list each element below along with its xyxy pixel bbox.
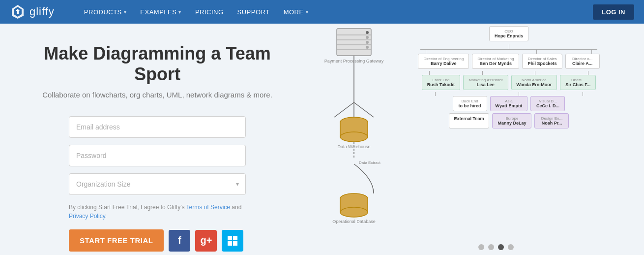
chevron-down-icon: ▾ <box>178 9 181 15</box>
header: gliffy PRODUCTS ▾ EXAMPLES ▾ PRICING SUP… <box>0 0 644 24</box>
org-box-row1-2: Director of Sales Phil Spockets <box>522 54 562 69</box>
org-size-select[interactable]: Organization Size 1-10 11-50 51-200 201+ <box>69 173 246 195</box>
windows-icon <box>227 235 238 246</box>
main-content: Make Diagramming a Team Sport Collaborat… <box>0 24 644 255</box>
terms-text: By clicking Start Free Trial, I agree to… <box>69 203 246 221</box>
svg-point-11 <box>366 31 369 34</box>
org-box-row3-0: Back End to be hired <box>453 96 487 111</box>
privacy-policy-link[interactable]: Privacy Policy <box>69 213 105 220</box>
svg-rect-5 <box>233 241 237 246</box>
nav-support[interactable]: SUPPORT <box>233 5 275 19</box>
pagination-dot-2[interactable] <box>488 244 494 250</box>
svg-text:Data Extract: Data Extract <box>359 160 381 165</box>
svg-rect-3 <box>233 236 237 240</box>
main-nav: PRODUCTS ▾ EXAMPLES ▾ PRICING SUPPORT MO… <box>79 5 578 19</box>
google-login-button[interactable]: g+ <box>195 230 217 252</box>
pagination-dot-3[interactable] <box>498 244 504 250</box>
action-buttons: START FREE TRIAL f g+ <box>69 229 246 252</box>
svg-point-32 <box>340 207 368 217</box>
chevron-down-icon: ▾ <box>306 9 309 15</box>
svg-rect-4 <box>228 241 232 246</box>
logo-text: gliffy <box>29 5 55 18</box>
svg-text:Operational Database: Operational Database <box>332 219 376 224</box>
svg-point-14 <box>366 46 369 49</box>
org-box-row1-0: Director of Engineering Barry Dalive <box>418 54 469 69</box>
left-panel: Make Diagramming a Team Sport Collaborat… <box>0 24 315 255</box>
pagination-dots <box>478 244 514 250</box>
org-size-wrapper: Organization Size 1-10 11-50 51-200 201+… <box>69 173 246 195</box>
org-box-row3-1: Asia Wyatt Emptit <box>490 96 528 111</box>
org-box-row4-0: External Team <box>449 113 490 128</box>
network-diagram: Payment Processing Gateway Data Warehous… <box>320 26 393 243</box>
svg-point-13 <box>366 41 369 44</box>
org-box-row1-3: Director o... Claire A... <box>565 54 600 69</box>
org-box-row1-1: Director of Marketing Ben Der Mynds <box>472 54 519 69</box>
nav-products[interactable]: PRODUCTS ▾ <box>79 5 131 19</box>
org-box-row2-2: North America Wanda Ern-Moor <box>511 75 557 90</box>
svg-point-12 <box>366 36 369 39</box>
signup-form: Organization Size 1-10 11-50 51-200 201+… <box>69 116 246 252</box>
pagination-dot-1[interactable] <box>478 244 484 250</box>
facebook-login-button[interactable]: f <box>169 230 190 252</box>
org-box-row2-3: Unaffi... Sir Chas F... <box>560 75 596 90</box>
windows-login-button[interactable] <box>222 230 243 252</box>
logo-icon <box>10 4 26 20</box>
chevron-down-icon: ▾ <box>124 9 127 15</box>
pagination-dot-4[interactable] <box>508 244 514 250</box>
svg-rect-2 <box>228 236 232 240</box>
logo[interactable]: gliffy <box>10 4 55 20</box>
hero-title: Make Diagramming a Team Sport <box>34 43 280 85</box>
svg-line-19 <box>354 102 374 117</box>
org-box-row3-2: Visual D... CeCe I. D... <box>530 96 565 111</box>
email-field[interactable] <box>69 116 246 138</box>
terms-of-service-link[interactable]: Terms of Service <box>186 204 230 211</box>
hero-subtitle: Collaborate on flowcharts, org charts, U… <box>42 91 272 99</box>
login-button[interactable]: LOG IN <box>593 4 634 20</box>
ceo-box: CEO Hope Enprais <box>489 26 528 41</box>
svg-line-17 <box>334 102 354 117</box>
password-field[interactable] <box>69 145 246 166</box>
org-box-row2-1: Marketing Assistant Lisa Lee <box>463 75 508 90</box>
nav-examples[interactable]: EXAMPLES ▾ <box>135 5 186 19</box>
org-box-row4-1: Europe Manny DeLay <box>492 113 531 128</box>
nav-more[interactable]: MORE ▾ <box>279 5 314 19</box>
nav-pricing[interactable]: PRICING <box>190 5 229 19</box>
org-chart: CEO Hope Enprais Director of Engineering… <box>398 26 619 130</box>
org-box-row4-2: Design En... Noah Pr... <box>534 113 569 128</box>
start-trial-button[interactable]: START FREE TRIAL <box>69 229 164 252</box>
diagram-preview: Payment Processing Gateway Data Warehous… <box>315 24 644 255</box>
svg-point-24 <box>340 132 368 142</box>
org-box-row2-0: Front End Rush Takodit <box>422 75 460 90</box>
